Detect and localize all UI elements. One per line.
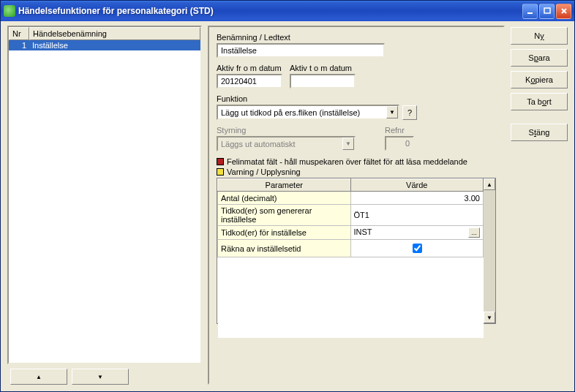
- list-header: Nr Händelsebenämning: [9, 27, 200, 40]
- table-scrollbar[interactable]: ▲ ▼: [484, 178, 495, 323]
- rakna-av-checkbox[interactable]: [413, 244, 422, 253]
- btn-label: Ny: [534, 31, 544, 40]
- window-title: Händelsefunktioner för personalkategori …: [18, 6, 522, 16]
- param-col-header[interactable]: Parameter: [218, 179, 351, 192]
- maximize-button[interactable]: [539, 4, 555, 19]
- list-col-name[interactable]: Händelsebenämning: [29, 27, 200, 40]
- ellipsis-button[interactable]: ...: [468, 227, 480, 238]
- help-icon: ?: [407, 108, 412, 117]
- reorder-buttons: ▲ ▼: [7, 369, 202, 385]
- client-area: Nr Händelsebenämning 1 Inställelse ▲ ▼: [3, 21, 572, 389]
- param-value[interactable]: INST ...: [350, 226, 484, 240]
- app-icon: [4, 5, 15, 17]
- spara-button[interactable]: Spara: [511, 49, 568, 67]
- move-down-button[interactable]: ▼: [72, 369, 129, 385]
- event-list[interactable]: Nr Händelsebenämning 1 Inställelse: [7, 26, 202, 364]
- chevron-down-icon: ▼: [342, 137, 354, 150]
- refnr-input: [385, 136, 414, 151]
- benamning-label: Benämning / Ledtext: [217, 33, 496, 42]
- legend-red-icon: [217, 158, 224, 165]
- btn-label: Kopiera: [525, 75, 553, 84]
- parameter-table-wrap: Parameter Värde Antal (decimalt) 3.00 Ti…: [217, 178, 496, 324]
- detail-panel: Benämning / Ledtext Aktiv fr o m datum A…: [208, 26, 505, 385]
- param-value[interactable]: [350, 240, 484, 257]
- styrning-label: Styrning: [217, 126, 356, 135]
- scroll-down-icon: ▼: [486, 314, 492, 321]
- benamning-input[interactable]: [217, 43, 385, 58]
- aktiv-fr-label: Aktiv fr o m datum: [217, 64, 282, 72]
- btn-label: Stäng: [529, 128, 550, 137]
- action-buttons: Ny Spara Kopiera Ta bort Stäng: [511, 26, 568, 385]
- styrning-combo: Läggs ut automatiskt ▼: [217, 136, 356, 151]
- svg-rect-0: [527, 12, 533, 14]
- table-row[interactable]: Tidkod(er) som genererar inställelse ÖT1: [218, 205, 484, 226]
- list-row[interactable]: 1 Inställelse: [9, 40, 200, 50]
- window: Händelsefunktioner för personalkategori …: [0, 0, 575, 392]
- minimize-icon: [527, 7, 534, 15]
- btn-label: Spara: [528, 53, 549, 62]
- close-button[interactable]: [556, 4, 571, 19]
- legend: Felinmatat fält - håll muspekaren över f…: [217, 157, 496, 176]
- legend-yellow-text: Varning / Upplysning: [227, 167, 301, 176]
- legend-red-text: Felinmatat fält - håll muspekaren över f…: [227, 157, 467, 166]
- aktiv-fr-input[interactable]: [217, 74, 282, 88]
- close-icon: [560, 7, 568, 15]
- ny-button[interactable]: Ny: [511, 27, 568, 45]
- value-col-header[interactable]: Värde: [350, 179, 484, 192]
- funktion-help-button[interactable]: ?: [402, 105, 417, 120]
- aktiv-to-input[interactable]: [290, 74, 356, 88]
- minimize-button[interactable]: [522, 4, 538, 19]
- refnr-label: Refnr: [385, 126, 414, 135]
- parameter-table: Parameter Värde Antal (decimalt) 3.00 Ti…: [217, 178, 484, 338]
- arrow-up-icon: ▲: [36, 374, 42, 380]
- table-row[interactable]: Antal (decimalt) 3.00: [218, 192, 484, 205]
- funktion-label: Funktion: [217, 94, 496, 103]
- funktion-combo[interactable]: Lägg ut tidkod på ers.fliken (inställels…: [217, 105, 399, 120]
- funktion-value: Lägg ut tidkod på ers.fliken (inställels…: [218, 108, 386, 117]
- param-name: Tidkod(er) för inställelse: [218, 226, 351, 240]
- row-name: Inställelse: [29, 40, 200, 50]
- list-body: 1 Inställelse: [9, 40, 200, 363]
- tabort-button[interactable]: Ta bort: [511, 93, 568, 110]
- param-name: Antal (decimalt): [218, 192, 351, 205]
- btn-label: Ta bort: [527, 97, 552, 106]
- param-name: Räkna av inställelsetid: [218, 240, 351, 257]
- maximize-icon: [544, 7, 551, 15]
- svg-rect-1: [544, 8, 550, 13]
- styrning-value: Läggs ut automatiskt: [218, 140, 342, 148]
- table-row[interactable]: Räkna av inställelsetid: [218, 240, 484, 257]
- param-value[interactable]: ÖT1: [350, 205, 484, 226]
- param-value-text: INST: [354, 227, 372, 236]
- scroll-up-button[interactable]: ▲: [484, 178, 495, 190]
- table-row[interactable]: Tidkod(er) för inställelse INST ...: [218, 226, 484, 240]
- arrow-down-icon: ▼: [97, 374, 103, 380]
- param-name: Tidkod(er) som genererar inställelse: [218, 205, 351, 226]
- row-nr: 1: [9, 40, 29, 50]
- scroll-up-icon: ▲: [486, 181, 492, 188]
- legend-yellow-icon: [217, 168, 224, 176]
- left-panel: Nr Händelsebenämning 1 Inställelse ▲ ▼: [7, 26, 202, 385]
- scroll-down-button[interactable]: ▼: [484, 312, 495, 323]
- kopiera-button[interactable]: Kopiera: [511, 71, 568, 88]
- window-buttons: [522, 4, 571, 19]
- move-up-button[interactable]: ▲: [10, 369, 67, 385]
- list-col-nr[interactable]: Nr: [9, 27, 29, 40]
- param-value[interactable]: 3.00: [350, 192, 484, 205]
- titlebar: Händelsefunktioner för personalkategori …: [1, 1, 574, 21]
- scroll-track[interactable]: [484, 190, 495, 312]
- stang-button[interactable]: Stäng: [511, 124, 568, 141]
- aktiv-to-label: Aktiv t o m datum: [290, 64, 356, 72]
- chevron-down-icon: ▼: [386, 106, 398, 118]
